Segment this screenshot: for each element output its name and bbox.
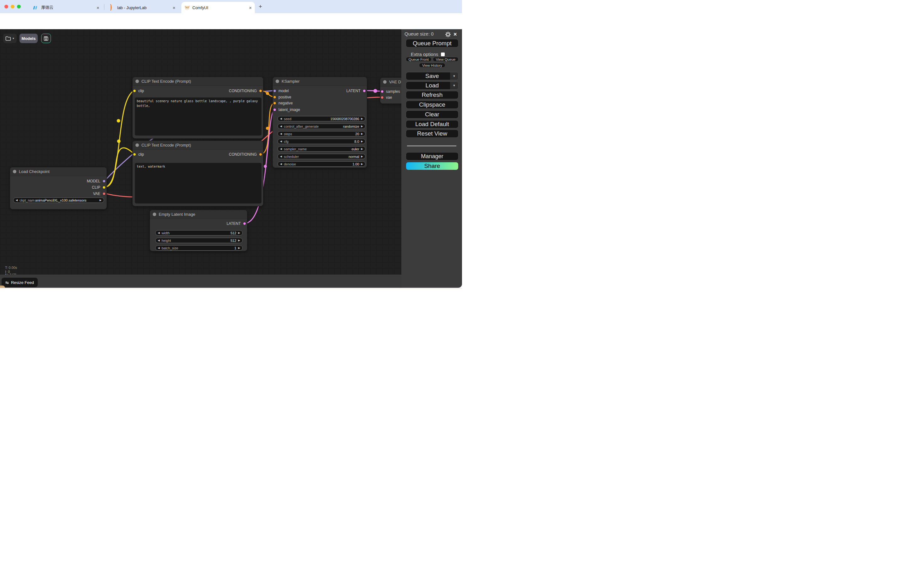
decrement-icon[interactable]: ◀ <box>280 125 282 128</box>
save-dropdown-icon[interactable]: ▼ <box>450 72 458 80</box>
folder-dropdown-icon[interactable]: ▼ <box>12 37 15 40</box>
increment-icon[interactable]: ▶ <box>361 162 363 166</box>
input-slot-latent-image[interactable]: latent_image <box>273 107 300 112</box>
widget-ckpt-name[interactable]: ◀ ckpt_namanimaPencilXL_v100.safetensors… <box>13 198 104 203</box>
queue-prompt-button[interactable]: Queue Prompt <box>406 39 458 47</box>
vae-input-dot[interactable] <box>380 96 384 99</box>
clip-input-dot[interactable] <box>133 153 136 156</box>
extra-options-row[interactable]: Extra options <box>411 52 445 57</box>
decrement-icon[interactable]: ◀ <box>16 199 18 201</box>
output-slot-vae[interactable]: VAE <box>93 191 105 196</box>
model-input-dot[interactable] <box>273 89 276 93</box>
decrement-icon[interactable]: ◀ <box>280 140 282 143</box>
increment-icon[interactable]: ▶ <box>361 155 363 158</box>
close-panel-icon[interactable]: × <box>453 31 457 37</box>
prompt-textarea[interactable]: beautiful scenery nature glass bottle la… <box>135 97 262 136</box>
model-output-dot[interactable] <box>102 180 105 183</box>
latent-image-input-dot[interactable] <box>273 108 276 111</box>
share-button[interactable]: Share <box>406 162 458 170</box>
increment-icon[interactable]: ▶ <box>361 117 363 120</box>
tab-comfyui[interactable]: ComfyUI × <box>181 2 255 13</box>
save-workflow-button[interactable] <box>41 34 51 43</box>
window-zoom-button[interactable] <box>17 5 21 8</box>
output-slot-model[interactable]: MODEL <box>87 179 105 183</box>
input-slot-samples[interactable]: samples <box>380 89 400 94</box>
widget-sampler-name[interactable]: ◀ sampler_name euler ▶ <box>278 146 366 152</box>
clip-input-dot[interactable] <box>133 89 136 93</box>
conditioning-output-dot[interactable] <box>259 89 262 93</box>
increment-icon[interactable]: ▶ <box>361 125 363 128</box>
increment-icon[interactable]: ▶ <box>361 148 363 150</box>
samples-input-dot[interactable] <box>380 90 384 93</box>
prompt-textarea[interactable]: text, watermark <box>135 163 262 203</box>
output-slot-latent[interactable]: LATENT <box>227 221 246 226</box>
widget-cfg[interactable]: ◀ cfg 8.0 ▶ <box>278 139 366 144</box>
workflow-folder-button[interactable]: ▼ <box>3 34 17 43</box>
input-slot-positive[interactable]: positive <box>273 95 291 100</box>
decrement-icon[interactable]: ◀ <box>158 239 160 242</box>
widget-denoise[interactable]: ◀ denoise 1.00 ▶ <box>278 161 366 167</box>
decrement-icon[interactable]: ◀ <box>280 148 282 150</box>
decrement-icon[interactable]: ◀ <box>280 162 282 166</box>
view-queue-button[interactable]: View Queue <box>433 57 458 62</box>
load-dropdown-icon[interactable]: ▼ <box>450 82 458 89</box>
window-minimize-button[interactable] <box>11 5 15 8</box>
new-tab-button[interactable]: + <box>259 3 262 10</box>
queue-front-button[interactable]: Queue Front <box>406 57 432 62</box>
output-slot-conditioning[interactable]: CONDITIONING <box>229 152 262 157</box>
tab-close-icon[interactable]: × <box>97 5 99 10</box>
conditioning-output-dot[interactable] <box>259 153 262 156</box>
negative-input-dot[interactable] <box>273 102 276 105</box>
positive-input-dot[interactable] <box>273 96 276 99</box>
node-graph-canvas[interactable]: ▼ Models Load Checkpoint MODEL CLIP VAE … <box>0 29 401 275</box>
tab-close-icon[interactable]: × <box>249 5 252 10</box>
increment-icon[interactable]: ▶ <box>361 132 363 135</box>
view-history-button[interactable]: View History <box>419 63 445 68</box>
input-slot-clip[interactable]: clip <box>133 88 144 93</box>
resize-feed-button[interactable]: ⇆ Resize Feed <box>2 278 38 287</box>
node-clip-text-encode-negative[interactable]: CLIP Text Encode (Prompt) clip CONDITION… <box>132 141 263 206</box>
node-load-checkpoint[interactable]: Load Checkpoint MODEL CLIP VAE ◀ ckpt_na… <box>10 167 107 209</box>
tab-houdeyun[interactable]: 厚德云 × <box>30 2 102 13</box>
refresh-button[interactable]: Refresh <box>406 91 458 99</box>
widget-batch-size[interactable]: ◀ batch_size 1 ▶ <box>155 245 243 251</box>
widget-height[interactable]: ◀ height 512 ▶ <box>155 238 243 243</box>
vae-output-dot[interactable] <box>102 192 105 195</box>
increment-icon[interactable]: ▶ <box>238 239 240 242</box>
load-default-button[interactable]: Load Default <box>406 120 458 128</box>
manager-button[interactable]: Manager <box>406 152 458 161</box>
latent-output-dot[interactable] <box>362 89 366 93</box>
node-empty-latent-image[interactable]: Empty Latent Image LATENT ◀ width 512 ▶ … <box>150 210 248 251</box>
increment-icon[interactable]: ▶ <box>100 199 102 201</box>
window-close-button[interactable] <box>5 5 8 8</box>
clipspace-button[interactable]: Clipspace <box>406 101 458 109</box>
clear-button[interactable]: Clear <box>406 110 458 119</box>
decrement-icon[interactable]: ◀ <box>280 117 282 120</box>
extra-options-checkbox[interactable] <box>441 52 445 56</box>
tab-jupyterlab[interactable]: lab - JupyterLab × <box>106 2 178 13</box>
decrement-icon[interactable]: ◀ <box>280 155 282 158</box>
decrement-icon[interactable]: ◀ <box>158 231 160 234</box>
widget-width[interactable]: ◀ width 512 ▶ <box>155 230 243 235</box>
input-slot-model[interactable]: model <box>273 88 289 93</box>
decrement-icon[interactable]: ◀ <box>280 132 282 135</box>
node-clip-text-encode-positive[interactable]: CLIP Text Encode (Prompt) clip CONDITION… <box>132 77 263 139</box>
load-button[interactable]: Load ▼ <box>406 81 458 89</box>
node-vae-decode[interactable]: VAE D samples vae <box>380 77 401 104</box>
output-slot-conditioning[interactable]: CONDITIONING <box>229 88 262 93</box>
node-ksampler[interactable]: KSampler model positive negative latent_… <box>272 77 367 168</box>
widget-steps[interactable]: ◀ steps 20 ▶ <box>278 131 366 136</box>
settings-gear-icon[interactable] <box>445 31 451 37</box>
output-slot-clip[interactable]: CLIP <box>92 185 105 190</box>
widget-seed[interactable]: ◀ seed 156680208700286 ▶ <box>278 116 366 122</box>
save-button[interactable]: Save ▼ <box>406 72 458 80</box>
increment-icon[interactable]: ▶ <box>361 140 363 143</box>
decrement-icon[interactable]: ◀ <box>158 247 160 249</box>
widget-scheduler[interactable]: ◀ scheduler normal ▶ <box>278 154 366 159</box>
input-slot-vae[interactable]: vae <box>380 95 392 100</box>
input-slot-negative[interactable]: negative <box>273 101 293 106</box>
latent-output-dot[interactable] <box>243 222 246 225</box>
models-button[interactable]: Models <box>19 34 38 43</box>
reset-view-button[interactable]: Reset View <box>406 130 458 138</box>
increment-icon[interactable]: ▶ <box>238 231 240 234</box>
